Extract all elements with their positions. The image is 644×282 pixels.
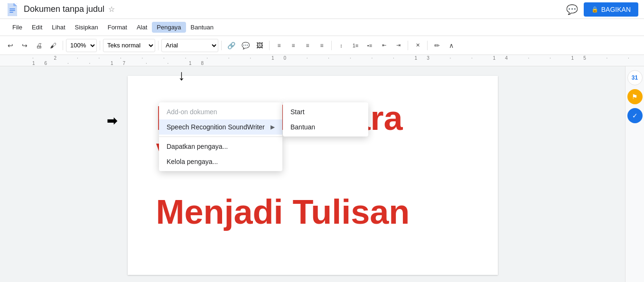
image-button[interactable]: 🖼: [253, 39, 266, 52]
align-right-button[interactable]: ≡: [301, 39, 314, 52]
align-left-button[interactable]: ≡: [272, 39, 286, 52]
speech-recognition-submenu: Start Bantuan: [283, 102, 368, 136]
comment-button[interactable]: 💬: [239, 39, 252, 52]
menu-file[interactable]: File: [8, 22, 27, 33]
submenu-chevron-icon: ▶: [271, 124, 275, 130]
numbered-list-button[interactable]: 1≡: [349, 39, 362, 52]
menu-bantuan[interactable]: Bantuan: [186, 22, 218, 33]
kelola-pengaya-item[interactable]: Kelola pengaya...: [159, 154, 282, 169]
google-docs-icon: [6, 3, 19, 16]
toolbar-divider-4: [221, 41, 222, 50]
start-item[interactable]: Start: [283, 104, 368, 119]
toolbar-divider-2: [100, 41, 100, 50]
menu-pengaya[interactable]: Pengaya: [152, 22, 186, 33]
font-select[interactable]: Arial Times New Roman: [161, 39, 218, 52]
arrow-right-annotation: ➡: [107, 114, 117, 128]
ruler: · 2 · · · · · · · · · 10 · · · · · 13 · …: [0, 55, 644, 66]
menu-format[interactable]: Format: [103, 22, 132, 33]
tasks-icon[interactable]: ✓: [627, 108, 643, 123]
bantuan-item[interactable]: Bantuan: [283, 119, 368, 135]
toolbar-divider-7: [408, 41, 408, 50]
toolbar: ↩ ↪ 🖨 🖌 100% 75% 125% Teks normal Judul …: [0, 36, 644, 55]
title-bar: Dokumen tanpa judul ☆ 💬 🔒 BAGIKAN: [0, 0, 644, 19]
pengaya-dropdown-menu: Add-on dokumen Speech Recognition SoundW…: [159, 102, 282, 171]
menu-lihat[interactable]: Lihat: [47, 22, 70, 33]
chat-icon[interactable]: 💬: [566, 4, 578, 15]
toolbar-divider-6: [331, 41, 332, 50]
right-sidebar: 31 ⚑ ✓: [625, 66, 644, 282]
document-container: ↓ ➡ ⬅ Merubah Suara Video Menjadi Tulisa…: [0, 66, 625, 282]
menu-sisipkan[interactable]: Sisipkan: [70, 22, 103, 33]
lock-icon: 🔒: [591, 6, 598, 13]
bullet-list-button[interactable]: •≡: [363, 39, 376, 52]
align-center-button[interactable]: ≡: [287, 39, 300, 52]
indent-less-button[interactable]: ⇤: [377, 39, 391, 52]
clear-format-button[interactable]: ✕: [411, 39, 424, 52]
addon-dokumen-item: Add-on dokumen: [159, 104, 282, 119]
link-button[interactable]: 🔗: [224, 39, 238, 52]
share-button[interactable]: 🔒 BAGIKAN: [584, 2, 638, 17]
title-bar-right: 💬 🔒 BAGIKAN: [566, 2, 638, 17]
pen-tool-button[interactable]: ✏: [430, 39, 444, 52]
speech-recognition-item[interactable]: Speech Recognition SoundWriter ▶: [159, 119, 282, 135]
indent-more-button[interactable]: ⇥: [392, 39, 405, 52]
arrow-down-annotation: ↓: [178, 67, 185, 83]
ruler-marks: · 2 · · · · · · · · · 10 · · · · · 13 · …: [32, 55, 640, 66]
document-text-2: Menjadi Tulisan: [156, 193, 469, 231]
style-select[interactable]: Teks normal Judul Subjudul: [103, 39, 155, 52]
star-icon[interactable]: ☆: [108, 5, 115, 14]
undo-button[interactable]: ↩: [4, 39, 17, 52]
collapse-toolbar-button[interactable]: ∧: [445, 39, 458, 52]
calendar-icon[interactable]: 31: [627, 70, 643, 85]
redo-button[interactable]: ↪: [18, 39, 31, 52]
align-justify-button[interactable]: ≡: [315, 39, 328, 52]
menu-alat[interactable]: Alat: [132, 22, 152, 33]
toolbar-divider-5: [269, 41, 270, 50]
notification-icon[interactable]: ⚑: [627, 89, 643, 104]
line-spacing-button[interactable]: ↕: [335, 39, 348, 52]
toolbar-divider-3: [158, 41, 159, 50]
main-area: ↓ ➡ ⬅ Merubah Suara Video Menjadi Tulisa…: [0, 66, 644, 282]
menu-divider: [159, 136, 282, 137]
document-title[interactable]: Dokumen tanpa judul: [24, 4, 104, 14]
toolbar-divider-8: [427, 41, 428, 50]
menu-bar: File Edit Lihat Sisipkan Format Alat Pen…: [0, 19, 644, 36]
toolbar-divider-1: [63, 41, 63, 50]
paint-format-button[interactable]: 🖌: [47, 39, 60, 52]
zoom-select[interactable]: 100% 75% 125%: [66, 39, 97, 52]
menu-edit[interactable]: Edit: [27, 22, 47, 33]
print-button[interactable]: 🖨: [32, 39, 46, 52]
dapatkan-pengaya-item[interactable]: Dapatkan pengaya...: [159, 139, 282, 154]
